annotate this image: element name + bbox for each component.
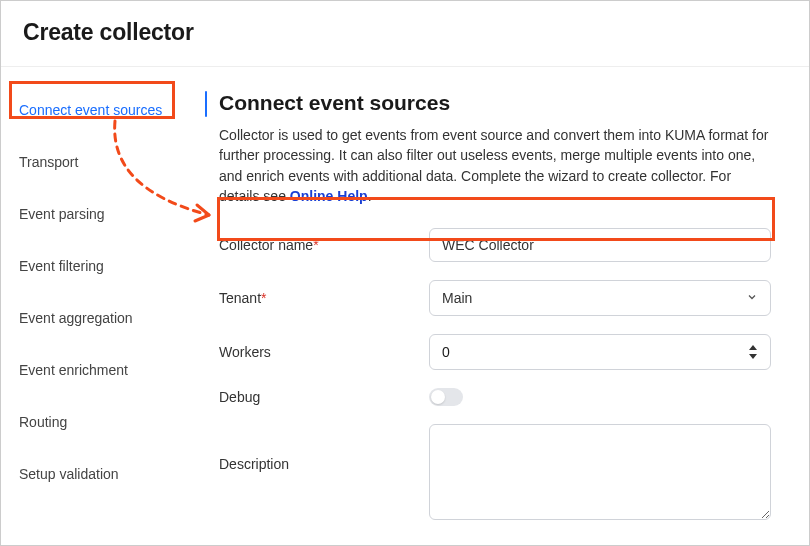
stepper-arrows-icon [748, 345, 758, 359]
tenant-value: Main [442, 290, 472, 306]
chevron-down-icon [746, 291, 758, 306]
tenant-select[interactable]: Main [429, 280, 771, 316]
workers-value: 0 [442, 344, 450, 360]
page-title: Create collector [23, 19, 787, 46]
wizard-sidebar: Connect event sources Transport Event pa… [1, 67, 191, 545]
label-tenant: Tenant* [219, 290, 429, 306]
row-description: Description [219, 424, 771, 524]
sidebar-item-event-filtering[interactable]: Event filtering [19, 251, 104, 281]
active-step-indicator [205, 91, 207, 117]
sidebar-item-event-aggregation[interactable]: Event aggregation [19, 303, 133, 333]
main-panel: Connect event sources Collector is used … [191, 67, 809, 545]
debug-toggle[interactable] [429, 388, 463, 406]
sidebar-item-event-parsing[interactable]: Event parsing [19, 199, 105, 229]
page-header: Create collector [1, 1, 809, 67]
label-debug: Debug [219, 389, 429, 405]
online-help-link[interactable]: Online Help [290, 188, 368, 204]
sidebar-item-routing[interactable]: Routing [19, 407, 67, 437]
workers-stepper[interactable]: 0 [429, 334, 771, 370]
row-workers: Workers 0 [219, 334, 771, 370]
description-textarea[interactable] [429, 424, 771, 520]
description-tail: . [368, 188, 372, 204]
sidebar-item-connect-event-sources[interactable]: Connect event sources [19, 95, 162, 125]
sidebar-item-transport[interactable]: Transport [19, 147, 78, 177]
label-collector-name: Collector name* [219, 237, 429, 253]
collector-name-input[interactable] [429, 228, 771, 262]
row-debug: Debug [219, 388, 771, 406]
row-collector-name: Collector name* [219, 228, 771, 262]
section-heading: Connect event sources [219, 91, 771, 115]
label-workers: Workers [219, 344, 429, 360]
row-tenant: Tenant* Main [219, 280, 771, 316]
label-description: Description [219, 424, 429, 472]
sidebar-item-event-enrichment[interactable]: Event enrichment [19, 355, 128, 385]
sidebar-item-setup-validation[interactable]: Setup validation [19, 459, 119, 489]
section-description: Collector is used to get events from eve… [219, 125, 771, 206]
